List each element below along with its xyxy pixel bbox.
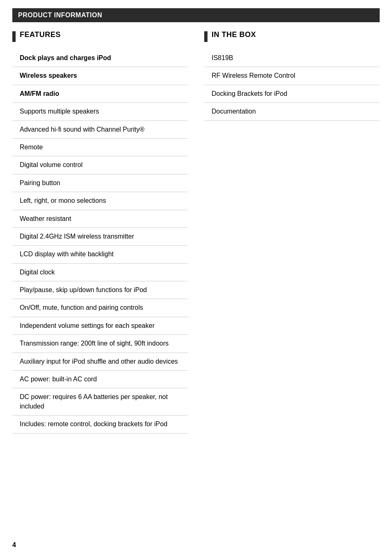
inbox-item: Documentation — [204, 103, 380, 121]
feature-item: Weather resistant — [12, 210, 188, 228]
inbox-title: IN THE BOX — [212, 30, 256, 39]
inbox-item: RF Wireless Remote Control — [204, 67, 380, 85]
inbox-item: IS819B — [204, 49, 380, 67]
feature-item: Auxiliary input for iPod shuffle and oth… — [12, 353, 188, 371]
feature-item: DC power: requires 6 AA batteries per sp… — [12, 388, 188, 415]
header-bar: PRODUCT INFORMATION — [12, 8, 380, 22]
features-section-bar — [12, 31, 16, 42]
feature-item: Transmission range: 200ft line of sight,… — [12, 335, 188, 353]
feature-item: Supports multiple speakers — [12, 103, 188, 121]
inbox-list: IS819BRF Wireless Remote ControlDocking … — [204, 49, 380, 121]
feature-item: On/Off, mute, function and pairing contr… — [12, 299, 188, 317]
feature-item: Pairing button — [12, 174, 188, 192]
feature-item: Wireless speakers — [12, 67, 188, 85]
feature-item: Remote — [12, 139, 188, 156]
inbox-column: IN THE BOX IS819BRF Wireless Remote Cont… — [196, 30, 380, 434]
feature-item: LCD display with white backlight — [12, 246, 188, 263]
features-list: Dock plays and charges iPodWireless spea… — [12, 49, 188, 434]
feature-item: Digital clock — [12, 264, 188, 281]
feature-item: Play/pause, skip up/down functions for i… — [12, 281, 188, 299]
feature-item: AC power: built-in AC cord — [12, 371, 188, 388]
feature-item: Dock plays and charges iPod — [12, 49, 188, 67]
feature-item: Left, right, or mono selections — [12, 192, 188, 210]
feature-item: Independent volume settings for each spe… — [12, 317, 188, 335]
features-column: FEATURES Dock plays and charges iPodWire… — [12, 30, 196, 434]
features-title: FEATURES — [20, 30, 61, 39]
feature-item: Digital volume control — [12, 156, 188, 174]
feature-item: AM/FM radio — [12, 85, 188, 103]
features-section-header: FEATURES — [12, 30, 188, 42]
page-number: 4 — [12, 541, 16, 549]
inbox-section-header: IN THE BOX — [204, 30, 380, 42]
feature-item: Digital 2.4GHz ISM wireless transmitter — [12, 228, 188, 246]
feature-item: Advanced hi-fi sound with Channel Purity… — [12, 121, 188, 139]
inbox-section-bar — [204, 31, 208, 42]
feature-item: Includes: remote control, docking bracke… — [12, 415, 188, 433]
header-title: PRODUCT INFORMATION — [18, 12, 102, 19]
inbox-item: Docking Brackets for iPod — [204, 85, 380, 103]
